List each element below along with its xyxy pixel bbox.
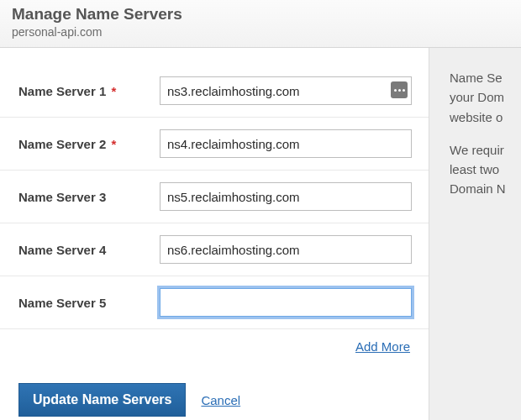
sidebar-text: Domain N (450, 181, 506, 196)
input-wrap (160, 76, 412, 105)
name-server-input-1[interactable] (160, 76, 412, 105)
input-wrap (160, 129, 412, 158)
field-label: Name Server 5 (18, 296, 160, 310)
field-label: Name Server 4 (18, 243, 160, 257)
field-label: Name Server 3 (18, 190, 160, 204)
domain-name: personal-api.com (12, 25, 509, 39)
add-more-link[interactable]: Add More (355, 339, 410, 354)
input-wrap (160, 288, 412, 317)
sidebar-text: Name Se (450, 71, 503, 85)
name-server-row: Name Server 5 (0, 276, 429, 329)
name-server-input-5[interactable] (160, 288, 412, 317)
page-title: Manage Name Servers (12, 5, 509, 24)
sidebar-text: We requir (450, 143, 504, 157)
main-panel: Name Server 1 *Name Server 2 *Name Serve… (0, 48, 429, 420)
required-mark: * (111, 84, 116, 98)
info-sidebar: Name Se your Dom website o We requir lea… (429, 48, 521, 420)
required-mark: * (111, 137, 116, 151)
update-name-servers-button[interactable]: Update Name Servers (18, 383, 186, 417)
name-server-row: Name Server 1 * (0, 65, 429, 118)
field-label: Name Server 1 * (18, 84, 160, 98)
name-server-input-2[interactable] (160, 129, 412, 158)
name-server-row: Name Server 4 (0, 223, 429, 276)
input-wrap (160, 182, 412, 211)
name-server-row: Name Server 3 (0, 171, 429, 223)
page-header: Manage Name Servers personal-api.com (0, 0, 521, 48)
cancel-link[interactable]: Cancel (201, 393, 240, 407)
input-wrap (160, 235, 412, 264)
password-manager-icon[interactable] (391, 81, 408, 98)
field-label: Name Server 2 * (18, 137, 160, 151)
sidebar-text: website o (450, 110, 503, 124)
name-server-input-4[interactable] (160, 235, 412, 264)
sidebar-text: least two (450, 162, 499, 176)
name-server-row: Name Server 2 * (0, 118, 429, 171)
sidebar-text: your Dom (450, 90, 504, 104)
name-server-input-3[interactable] (160, 182, 412, 211)
